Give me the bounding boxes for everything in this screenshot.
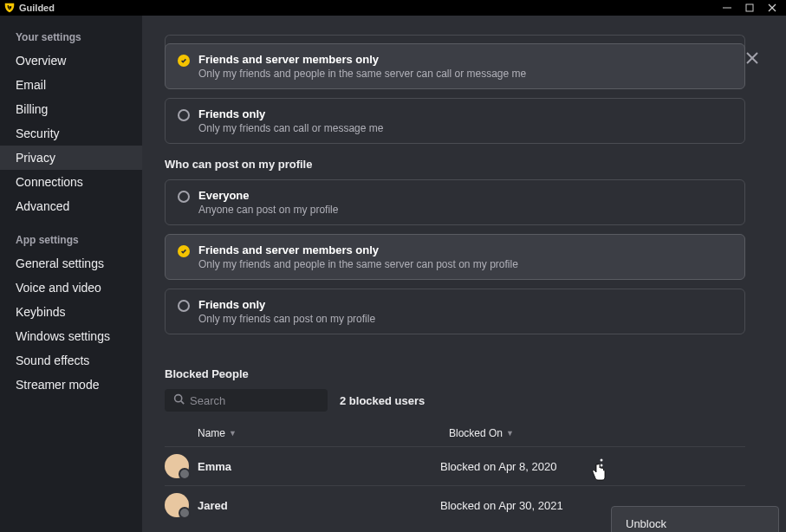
chevron-down-icon: ▼ <box>506 429 514 438</box>
blocked-people-title: Blocked People <box>165 367 745 380</box>
sidebar-item-general[interactable]: General settings <box>0 251 142 276</box>
sidebar-heading-app: App settings <box>0 227 142 251</box>
guilded-logo-icon <box>3 2 16 14</box>
option-title: Friends only <box>198 107 383 120</box>
more-icon[interactable] <box>600 458 603 475</box>
option-desc: Only my friends can post on my profile <box>198 313 375 325</box>
context-menu: Unblock <box>611 506 779 532</box>
blocked-date: Blocked on Apr 30, 2021 <box>440 499 563 512</box>
sidebar-item-keybinds[interactable]: Keybinds <box>0 300 142 324</box>
sidebar-item-streamer[interactable]: Streamer mode <box>0 373 142 397</box>
sidebar-item-privacy[interactable]: Privacy <box>0 146 142 170</box>
radio-checked-icon <box>178 245 190 257</box>
sidebar-item-email[interactable]: Email <box>0 73 142 97</box>
svg-line-7 <box>181 401 184 404</box>
col-blocked-on[interactable]: Blocked On ▼ <box>449 427 745 439</box>
sidebar-item-connections[interactable]: Connections <box>0 170 142 194</box>
search-input[interactable] <box>190 394 335 407</box>
option-title: Everyone <box>198 189 338 202</box>
sidebar-item-voice-video[interactable]: Voice and video <box>0 276 142 300</box>
sidebar: Your settings Overview Email Billing Sec… <box>0 16 142 532</box>
sidebar-heading-your: Your settings <box>0 24 142 49</box>
col-name[interactable]: Name ▼ <box>165 427 449 439</box>
sidebar-item-advanced[interactable]: Advanced <box>0 194 142 218</box>
chevron-down-icon: ▼ <box>229 429 237 438</box>
sidebar-item-sound[interactable]: Sound effects <box>0 348 142 373</box>
sidebar-item-security[interactable]: Security <box>0 121 142 146</box>
sidebar-item-windows[interactable]: Windows settings <box>0 324 142 348</box>
sidebar-item-billing[interactable]: Billing <box>0 97 142 121</box>
radio-icon <box>178 191 190 203</box>
main-panel: Friends and server members only Only my … <box>142 16 786 532</box>
contact-option-friends-only[interactable]: Friends only Only my friends can call or… <box>165 98 745 144</box>
blocked-count: 2 blocked users <box>340 394 425 407</box>
option-title: Friends only <box>198 298 375 311</box>
sidebar-item-overview[interactable]: Overview <box>0 49 142 73</box>
contact-option-friends-server[interactable]: Friends and server members only Only my … <box>165 43 745 89</box>
window-minimize-icon[interactable] <box>722 3 732 13</box>
window-maximize-icon[interactable] <box>744 3 755 13</box>
titlebar-title: Guilded <box>19 3 55 13</box>
profile-option-friends-only[interactable]: Friends only Only my friends can post on… <box>165 289 745 334</box>
option-title: Friends and server members only <box>198 53 526 66</box>
section-title-profile: Who can post on my profile <box>165 158 745 171</box>
avatar <box>165 493 189 517</box>
close-icon[interactable] <box>744 50 760 68</box>
option-desc: Only my friends can call or message me <box>198 122 383 134</box>
radio-icon <box>178 109 190 121</box>
blocked-date: Blocked on Apr 8, 2020 <box>440 460 556 473</box>
titlebar: Guilded <box>0 0 786 16</box>
option-desc: Anyone can post on my profile <box>198 204 338 216</box>
blocked-name: Emma <box>198 460 440 473</box>
context-item-unblock[interactable]: Unblock <box>612 512 778 532</box>
svg-point-10 <box>601 469 603 471</box>
blocked-row[interactable]: Emma Blocked on Apr 8, 2020 <box>165 446 745 485</box>
radio-icon <box>178 300 190 312</box>
svg-point-9 <box>601 464 603 466</box>
option-desc: Only my friends and people in the same s… <box>198 258 518 270</box>
avatar <box>165 454 189 478</box>
search-box[interactable] <box>165 389 328 412</box>
profile-option-friends-server[interactable]: Friends and server members only Only my … <box>165 234 745 280</box>
svg-point-6 <box>175 395 182 402</box>
radio-checked-icon <box>178 55 190 67</box>
svg-point-8 <box>601 458 603 461</box>
table-header: Name ▼ Blocked On ▼ <box>165 412 745 446</box>
search-icon <box>173 393 185 407</box>
window-close-icon[interactable] <box>767 3 777 13</box>
option-desc: Only my friends and people in the same s… <box>198 68 526 80</box>
profile-option-everyone[interactable]: Everyone Anyone can post on my profile <box>165 179 745 225</box>
option-title: Friends and server members only <box>198 243 518 256</box>
cursor-hand-icon <box>591 463 607 480</box>
blocked-name: Jared <box>198 499 440 512</box>
svg-rect-1 <box>746 4 753 11</box>
